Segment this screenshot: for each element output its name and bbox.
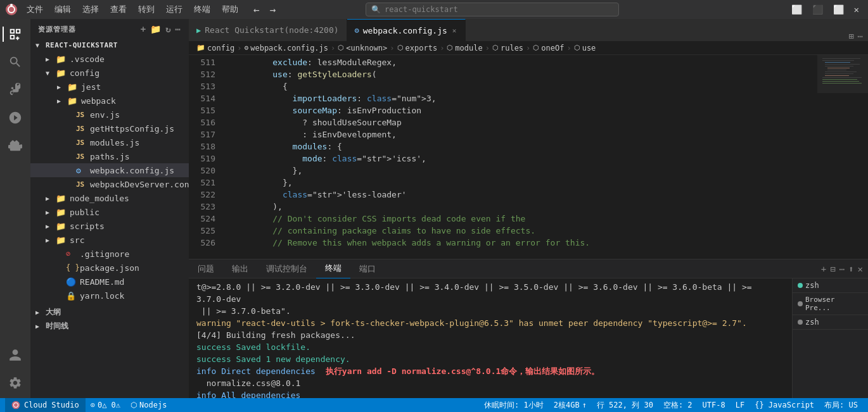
- tree-item-packagejson[interactable]: { } package.json: [30, 261, 189, 275]
- tab-react-label: React Quickstart(node:4200): [205, 25, 338, 35]
- new-file-icon[interactable]: +: [141, 24, 146, 34]
- tree-item-vscode[interactable]: ▶ 📁 .vscode: [30, 52, 189, 66]
- panel-close-icon[interactable]: ✕: [858, 264, 863, 274]
- status-nodejs[interactable]: ⬡ Nodejs: [125, 398, 172, 412]
- search-text: react-quickstart: [385, 5, 458, 14]
- menu-file[interactable]: 文件: [22, 3, 48, 16]
- tree-item-gethttpsconfig[interactable]: JS getHttpsConfig.js: [30, 122, 189, 135]
- activity-search[interactable]: [3, 49, 28, 75]
- status-cursor[interactable]: 行 522, 列 30: [592, 398, 658, 412]
- split-editor-icon[interactable]: ⊞: [848, 31, 853, 41]
- menu-run[interactable]: 运行: [161, 3, 188, 16]
- menu-terminal[interactable]: 终端: [189, 3, 215, 16]
- panel-tab-debug[interactable]: 调试控制台: [257, 259, 316, 278]
- terminal-content[interactable]: t@>=2.8.0 || >= 3.2.0-dev || >= 3.3.0-de…: [189, 278, 792, 398]
- tab-webpack-config[interactable]: ⚙ webpack.config.js ✕: [347, 19, 466, 41]
- bc-config[interactable]: 📁 config: [196, 44, 234, 53]
- search-bar[interactable]: 🔍 react-quickstart: [366, 3, 619, 16]
- menu-goto[interactable]: 转到: [133, 3, 160, 16]
- bc-oneof[interactable]: ⬡ oneOf: [533, 44, 564, 53]
- menu-select[interactable]: 选择: [77, 3, 104, 16]
- activity-source-control[interactable]: [3, 77, 28, 103]
- bc-webpack[interactable]: ⚙ webpack.config.js: [245, 44, 328, 53]
- tree-item-node-modules[interactable]: ▶ 📁 node_modules: [30, 191, 189, 205]
- refresh-icon[interactable]: ↻: [165, 24, 171, 34]
- activity-explorer[interactable]: [3, 22, 28, 47]
- folder-icon-public: 📁: [56, 208, 67, 217]
- tree-item-jest[interactable]: ▶ 📁 jest: [30, 80, 189, 94]
- panel-tab-ports[interactable]: 端口: [350, 259, 385, 278]
- tab-react-quickstart[interactable]: ▶ React Quickstart(node:4200): [189, 19, 347, 41]
- code-editor[interactable]: 5115125135145155165175185195205215225235…: [189, 55, 817, 259]
- window-actions: ⬜ ⬛ ⬜ ✕: [788, 3, 863, 16]
- timeline-section[interactable]: ▶ 时间线: [30, 319, 189, 333]
- tree-item-webpack-folder[interactable]: ▶ 📁 webpack: [30, 94, 189, 108]
- tree-item-modules[interactable]: JS modules.js: [30, 135, 189, 149]
- main-layout: 资源管理器 + 📁 ↻ ⋯ ▼ REACT-QUICKSTART ▶ 📁 .vs…: [0, 19, 868, 398]
- tree-item-gitignore[interactable]: ⊘ .gitignore: [30, 247, 189, 261]
- collapse-icon[interactable]: ⋯: [176, 24, 181, 34]
- outline-section[interactable]: ▶ 大纲: [30, 305, 189, 319]
- tree-item-paths[interactable]: JS paths.js: [30, 149, 189, 163]
- add-terminal-icon[interactable]: +: [821, 264, 826, 274]
- panel-tab-problems[interactable]: 问题: [189, 259, 223, 278]
- activity-run[interactable]: [3, 105, 28, 130]
- bc-exports-label: exports: [405, 44, 438, 53]
- tree-item-src[interactable]: ▶ 📁 src: [30, 233, 189, 247]
- activity-settings[interactable]: [3, 370, 28, 396]
- tree-item-scripts[interactable]: ▶ 📁 scripts: [30, 219, 189, 233]
- status-resources[interactable]: 2核4GB ↑: [549, 398, 592, 412]
- status-eol[interactable]: LF: [731, 398, 750, 412]
- terminal-line: [4/4] Building fresh packages...: [196, 329, 784, 341]
- bc-rules-icon: ⬡: [492, 44, 499, 52]
- split-icon[interactable]: ⬛: [808, 3, 827, 16]
- panel-maximize-icon[interactable]: ⬆: [848, 264, 853, 274]
- panel-split-icon[interactable]: ⊟: [830, 264, 835, 274]
- status-language[interactable]: {} JavaScript: [750, 398, 819, 412]
- new-folder-icon[interactable]: 📁: [150, 24, 162, 34]
- status-encoding[interactable]: UTF-8: [698, 398, 731, 412]
- status-sleep[interactable]: 休眠时间: 1小时: [479, 398, 549, 412]
- nav-back-button[interactable]: ←: [250, 3, 264, 17]
- panel-more-icon[interactable]: ⋯: [839, 264, 845, 274]
- status-indent[interactable]: 空格: 2: [658, 398, 698, 412]
- panel-tab-terminal[interactable]: 终端: [316, 259, 350, 278]
- nav-forward-button[interactable]: →: [266, 3, 280, 17]
- terminal-zsh-1[interactable]: zsh: [793, 278, 868, 293]
- tree-item-config[interactable]: ▼ 📁 config: [30, 66, 189, 80]
- tree-item-webpackdevserver[interactable]: JS webpackDevServer.config.js: [30, 177, 189, 191]
- maximize-icon[interactable]: ⬜: [829, 3, 848, 16]
- bc-module[interactable]: ⬡ module: [447, 44, 482, 53]
- js-icon-webpackdevserver: JS: [76, 180, 87, 189]
- menu-view[interactable]: 查看: [105, 3, 132, 16]
- terminal-sidebar: zsh Browser Pre... zsh: [792, 278, 868, 398]
- status-errors[interactable]: ⊙ 0△ 0⚠: [86, 398, 125, 412]
- menu-help[interactable]: 帮助: [217, 3, 243, 16]
- activity-account[interactable]: [3, 342, 28, 368]
- tree-item-readme[interactable]: 🔵 README.md: [30, 275, 189, 289]
- bc-use[interactable]: ⬡ use: [574, 44, 596, 53]
- status-logo[interactable]: Cloud Studio: [5, 398, 86, 412]
- bc-rules[interactable]: ⬡ rules: [492, 44, 523, 53]
- status-layout[interactable]: 布局: US: [819, 398, 863, 412]
- terminal-dot-3: [798, 320, 803, 325]
- app-logo: [5, 3, 18, 16]
- more-tabs-icon[interactable]: ⋯: [858, 31, 863, 41]
- bc-exports[interactable]: ⬡ exports: [397, 44, 438, 53]
- js-icon-paths: JS: [76, 153, 87, 161]
- tree-item-env[interactable]: JS env.js: [30, 108, 189, 122]
- tab-close-button[interactable]: ✕: [451, 26, 458, 35]
- panel-tab-output[interactable]: 输出: [223, 259, 257, 278]
- terminal-browser[interactable]: Browser Pre...: [793, 293, 868, 315]
- tree-item-yarnlock[interactable]: 🔒 yarn.lock: [30, 289, 189, 303]
- activity-extensions[interactable]: [3, 133, 28, 158]
- terminal-zsh-2[interactable]: zsh: [793, 315, 868, 330]
- close-icon[interactable]: ✕: [850, 3, 863, 16]
- code-content[interactable]: exclude: lessModuleRegex, use: getStyleL…: [220, 55, 817, 259]
- tree-item-webpack-config[interactable]: ⚙ webpack.config.js: [30, 163, 189, 177]
- menu-edit[interactable]: 编辑: [49, 3, 76, 16]
- bc-unknown[interactable]: ⬡ <unknown>: [338, 44, 387, 53]
- tree-item-public[interactable]: ▶ 📁 public: [30, 205, 189, 219]
- layout-icon[interactable]: ⬜: [788, 3, 806, 16]
- tree-root[interactable]: ▼ REACT-QUICKSTART: [30, 38, 189, 52]
